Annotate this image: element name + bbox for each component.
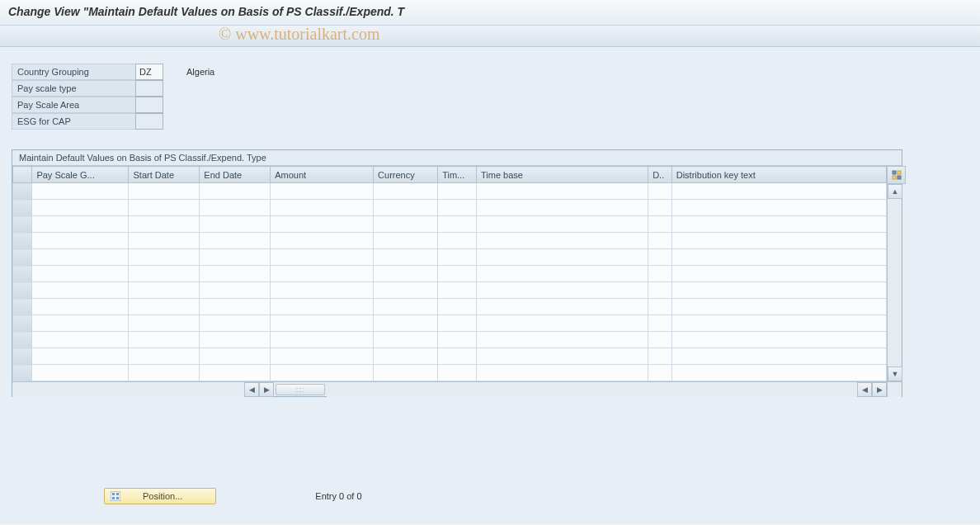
table-cell[interactable] [648,216,672,233]
table-cell[interactable] [374,348,438,365]
scroll-up-icon[interactable]: ▲ [888,184,902,199]
table-cell[interactable] [200,365,271,381]
column-header[interactable]: Tim... [438,167,477,183]
table-cell[interactable] [32,266,129,282]
hscroll-thumb[interactable]: ::: [276,384,325,395]
table-cell[interactable] [271,332,374,348]
column-header[interactable]: D.. [648,167,672,183]
column-header[interactable]: Amount [271,167,374,183]
row-selector[interactable] [13,315,32,332]
table-cell[interactable] [671,249,886,266]
table-cell[interactable] [476,315,648,332]
table-cell[interactable] [438,183,477,200]
position-button[interactable]: Position... [104,488,216,504]
table-cell[interactable] [648,183,672,200]
table-cell[interactable] [200,282,271,299]
table-cell[interactable] [476,266,648,282]
table-cell[interactable] [32,233,129,249]
table-cell[interactable] [200,233,271,249]
table-cell[interactable] [438,315,477,332]
column-header[interactable]: Currency [374,167,438,183]
row-selector[interactable] [13,266,32,282]
table-cell[interactable] [438,365,477,381]
table-cell[interactable] [374,315,438,332]
hscroll-track[interactable] [327,382,857,397]
table-cell[interactable] [476,200,648,216]
row-selector[interactable] [13,249,32,266]
table-cell[interactable] [671,365,886,381]
scroll-down-icon[interactable]: ▼ [888,367,902,381]
table-cell[interactable] [438,266,477,282]
table-cell[interactable] [671,216,886,233]
row-selector[interactable] [13,348,32,365]
table-cell[interactable] [671,282,886,299]
table-cell[interactable] [271,183,374,200]
table-cell[interactable] [129,348,200,365]
table-cell[interactable] [129,332,200,348]
table-cell[interactable] [32,282,129,299]
table-cell[interactable] [32,365,129,381]
table-cell[interactable] [271,200,374,216]
table-cell[interactable] [200,348,271,365]
table-cell[interactable] [32,299,129,315]
table-cell[interactable] [374,282,438,299]
pay-scale-type-input[interactable] [135,80,163,97]
row-selector[interactable] [13,282,32,299]
table-cell[interactable] [438,216,477,233]
table-cell[interactable] [271,233,374,249]
table-cell[interactable] [200,299,271,315]
table-cell[interactable] [129,249,200,266]
table-cell[interactable] [476,348,648,365]
table-cell[interactable] [671,348,886,365]
table-cell[interactable] [438,332,477,348]
table-cell[interactable] [671,233,886,249]
table-cell[interactable] [32,249,129,266]
table-cell[interactable] [671,332,886,348]
table-cell[interactable] [32,200,129,216]
vertical-scrollbar[interactable]: ▲ ▼ [887,166,902,381]
table-cell[interactable] [271,348,374,365]
table-cell[interactable] [129,216,200,233]
table-cell[interactable] [476,233,648,249]
table-cell[interactable] [129,183,200,200]
table-cell[interactable] [374,233,438,249]
table-cell[interactable] [671,266,886,282]
row-selector-header[interactable] [13,167,32,183]
row-selector[interactable] [13,200,32,216]
scroll-left-end-icon[interactable]: ◀ [857,382,872,397]
table-cell[interactable] [438,282,477,299]
table-cell[interactable] [200,183,271,200]
row-selector[interactable] [13,233,32,249]
table-cell[interactable] [648,200,672,216]
table-cell[interactable] [476,282,648,299]
table-cell[interactable] [374,249,438,266]
table-cell[interactable] [648,266,672,282]
table-cell[interactable] [648,365,672,381]
table-cell[interactable] [200,332,271,348]
table-cell[interactable] [129,315,200,332]
table-cell[interactable] [671,183,886,200]
table-cell[interactable] [438,233,477,249]
table-cell[interactable] [374,200,438,216]
table-cell[interactable] [200,266,271,282]
column-header[interactable]: Time base [476,167,648,183]
table-cell[interactable] [374,365,438,381]
column-header[interactable]: Distribution key text [671,167,886,183]
table-cell[interactable] [438,299,477,315]
table-cell[interactable] [32,315,129,332]
table-cell[interactable] [671,200,886,216]
table-cell[interactable] [374,266,438,282]
column-header[interactable]: Start Date [129,167,200,183]
table-cell[interactable] [271,282,374,299]
pay-scale-area-input[interactable] [135,97,163,113]
scroll-right-step-icon[interactable]: ▶ [259,382,274,397]
column-header[interactable]: End Date [200,167,271,183]
table-cell[interactable] [476,249,648,266]
table-cell[interactable] [129,266,200,282]
table-configure-icon[interactable] [888,166,906,184]
row-selector[interactable] [13,365,32,381]
table-cell[interactable] [200,216,271,233]
table-cell[interactable] [476,299,648,315]
table-cell[interactable] [32,348,129,365]
table-cell[interactable] [200,200,271,216]
